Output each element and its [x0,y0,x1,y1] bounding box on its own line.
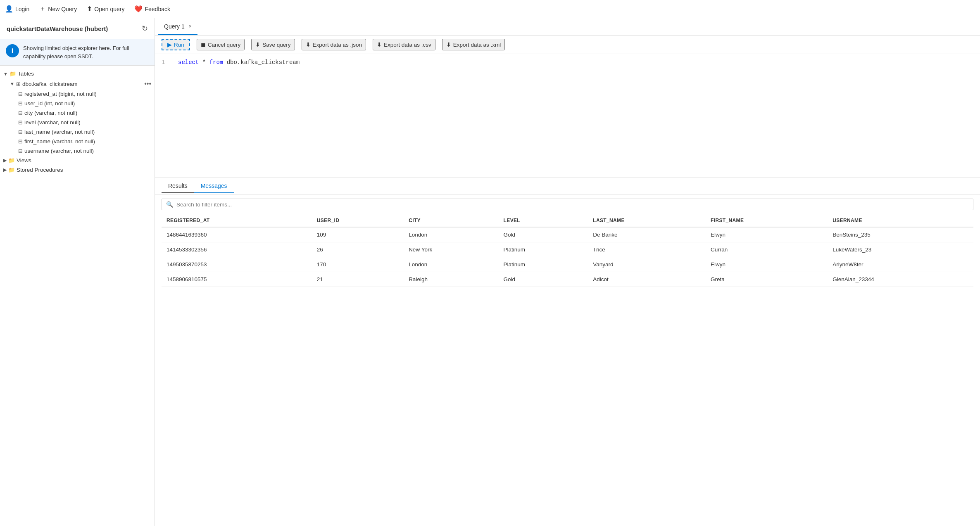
table-cell: 26 [312,242,404,257]
column-icon: ⊟ [18,129,23,135]
login-nav-item[interactable]: 👤 Login [5,5,29,13]
save-label: Save query [262,42,290,48]
column-first-name: ⊟ first_name (varchar, not null) [0,137,155,146]
stop-icon: ◼ [201,41,206,48]
tables-tree-item[interactable]: ▼ 📁 Tables [0,69,155,78]
table-cell: London [404,227,498,242]
upload-icon: ⬆ [87,5,92,13]
folder-icon: 📁 [10,71,16,77]
table-cell: Elwyn [706,257,828,272]
table-cell: GlenAlan_23344 [828,272,973,287]
column-registered-at: ⊟ registered_at (bigint, not null) [0,89,155,99]
export-json-button[interactable]: ⬇ Export data as .json [302,39,366,50]
table-name-label: dbo.kafka_clickstream [22,81,78,87]
play-icon: ▶ [167,41,172,48]
results-panel: Results Messages 🔍 REGISTERED_AT USER_ID [155,178,980,526]
refresh-icon[interactable]: ↻ [142,24,148,33]
more-options-icon[interactable]: ••• [144,80,151,88]
export-csv-label: Export data as .csv [384,42,431,48]
plus-icon: ＋ [39,5,46,13]
editor-line-1: 1 select * from dbo.kafka_clickstream [162,59,973,66]
table-cell: 21 [312,272,404,287]
table-cell: 109 [312,227,404,242]
stored-procedures-label: Stored Procedures [17,167,63,173]
column-label: city (varchar, not null) [24,110,77,116]
table-cell: BenSteins_235 [828,227,973,242]
table-cell: Greta [706,272,828,287]
search-box: 🔍 [162,199,973,210]
save-query-button[interactable]: ⬇ Save query [251,39,295,50]
table-cell: Platinum [499,242,588,257]
sidebar: quickstartDataWarehouse (hubert) ↻ i Sho… [0,18,155,526]
column-icon: ⊟ [18,119,23,126]
table-cell: Gold [499,272,588,287]
column-label: username (varchar, not null) [24,148,94,154]
export-xml-button[interactable]: ⬇ Export data as .xml [442,39,505,50]
col-level: LEVEL [499,214,588,227]
new-query-nav-item[interactable]: ＋ New Query [39,5,77,13]
export-xml-label: Export data as .xml [453,42,501,48]
results-tab-bar: Results Messages [155,178,980,194]
views-tree-item[interactable]: ▶ 📁 Views [0,156,155,165]
col-first-name: FIRST_NAME [706,214,828,227]
info-box: i Showing limited object explorer here. … [0,39,155,66]
query-toolbar: ▶ Run ◼ Cancel query ⬇ Save query ⬇ Expo… [155,36,980,54]
column-user-id: ⊟ user_id (int, not null) [0,99,155,108]
table-cell: Curran [706,242,828,257]
table-cell: 1458906810575 [162,272,312,287]
column-city: ⊟ city (varchar, not null) [0,108,155,118]
table-header-row: REGISTERED_AT USER_ID CITY LEVEL LAST_NA… [162,214,973,227]
login-label: Login [15,6,29,12]
table-body: 1486441639360109LondonGoldDe BankeElwynB… [162,227,973,287]
query-editor[interactable]: 1 select * from dbo.kafka_clickstream [155,54,980,178]
views-expand-arrow[interactable]: ▶ [3,158,7,163]
tab-results[interactable]: Results [162,179,194,193]
col-registered-at: REGISTERED_AT [162,214,312,227]
search-input[interactable] [176,201,969,208]
tables-expand-arrow[interactable]: ▼ [3,71,8,76]
cancel-query-button[interactable]: ◼ Cancel query [197,39,245,50]
tab-close-icon[interactable]: × [189,24,192,29]
table-icon: ⊞ [16,81,21,87]
person-icon: 👤 [5,5,13,13]
info-icon: i [6,44,19,57]
download-icon: ⬇ [306,41,311,48]
table-expand-arrow[interactable]: ▼ [10,81,14,86]
views-label: Views [17,157,31,163]
right-panel: Query 1 × ▶ Run ◼ Cancel query ⬇ Save qu… [155,18,980,526]
column-label: first_name (varchar, not null) [24,138,95,145]
query-tab[interactable]: Query 1 × [158,18,197,35]
table-cell: LukeWaters_23 [828,242,973,257]
column-username: ⊟ username (varchar, not null) [0,146,155,156]
sidebar-header: quickstartDataWarehouse (hubert) ↻ [0,18,155,39]
export-csv-button[interactable]: ⬇ Export data as .csv [373,39,435,50]
data-table-wrap: REGISTERED_AT USER_ID CITY LEVEL LAST_NA… [155,214,980,526]
stored-procedures-tree-item[interactable]: ▶ 📁 Stored Procedures [0,165,155,175]
line-number: 1 [162,59,170,66]
column-icon: ⊟ [18,110,23,116]
code-keyword-from: from [209,59,224,66]
col-city: CITY [404,214,498,227]
top-nav: 👤 Login ＋ New Query ⬆ Open query ❤️ Feed… [0,0,980,18]
table-row: 1495035870253170LondonPlatinumVanyardElw… [162,257,973,272]
run-button[interactable]: ▶ Run [162,39,190,50]
open-query-nav-item[interactable]: ⬆ Open query [87,5,124,13]
open-query-label: Open query [94,6,124,12]
table-cell: 1495035870253 [162,257,312,272]
tab-messages[interactable]: Messages [194,179,234,193]
stored-procs-expand-arrow[interactable]: ▶ [3,167,7,173]
feedback-nav-item[interactable]: ❤️ Feedback [134,5,170,13]
heart-icon: ❤️ [134,5,143,13]
table-cell: Raleigh [404,272,498,287]
info-text: Showing limited object explorer here. Fo… [23,44,149,60]
cancel-label: Cancel query [208,42,241,48]
code-content: select * from dbo.kafka_clickstream [178,59,300,66]
table-cell: De Banke [588,227,706,242]
column-icon: ⊟ [18,138,23,145]
tab-bar: Query 1 × [155,18,980,36]
table-kafka-clickstream[interactable]: ▼ ⊞ dbo.kafka_clickstream ••• [0,78,155,89]
export-json-label: Export data as .json [313,42,362,48]
results-table: REGISTERED_AT USER_ID CITY LEVEL LAST_NA… [162,214,973,287]
folder-icon: 📁 [8,167,15,173]
code-object: dbo.kafka_clickstream [227,59,300,66]
